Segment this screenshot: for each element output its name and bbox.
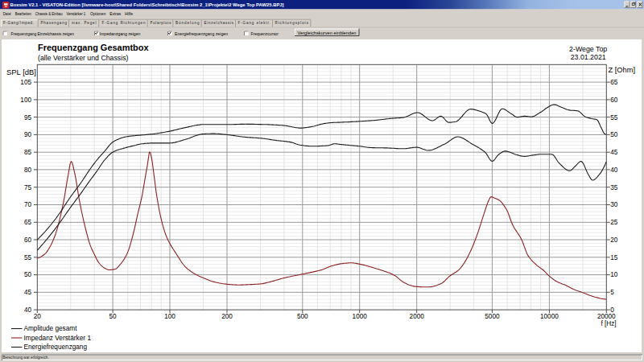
svg-text:200: 200 — [221, 313, 233, 320]
svg-text:Frequenzcursor: Frequenzcursor — [251, 31, 279, 36]
svg-text:Berechnung war erfolgreich.: Berechnung war erfolgreich. — [3, 355, 49, 360]
svg-text:65: 65 — [24, 219, 32, 226]
svg-text:Impedanzgang zeigen: Impedanzgang zeigen — [100, 31, 141, 36]
svg-text:55: 55 — [610, 114, 618, 121]
svg-text:50: 50 — [24, 271, 32, 278]
svg-text:Z [Ohm]: Z [Ohm] — [609, 66, 636, 74]
svg-text:Einzelchassis: Einzelchassis — [204, 21, 234, 25]
svg-text:max. Pegel: max. Pegel — [72, 21, 97, 25]
svg-text:40: 40 — [610, 167, 618, 174]
svg-text:Extras: Extras — [109, 11, 121, 16]
svg-text:95: 95 — [24, 114, 32, 121]
svg-text:65: 65 — [610, 79, 618, 86]
svg-text:105: 105 — [20, 79, 31, 86]
svg-text:45: 45 — [24, 289, 32, 296]
svg-text:F-Gang elektr.: F-Gang elektr. — [238, 21, 271, 25]
svg-text:Datei: Datei — [3, 11, 11, 16]
svg-text:Frequenzgang Gesamtbox: Frequenzgang Gesamtbox — [38, 43, 149, 52]
svg-text:10000: 10000 — [540, 313, 559, 320]
svg-text:10: 10 — [610, 271, 618, 278]
svg-text:5000: 5000 — [485, 313, 500, 320]
svg-text:F-Gang/Imped.: F-Gang/Imped. — [3, 21, 34, 25]
svg-text:15: 15 — [610, 254, 618, 261]
svg-text:2000: 2000 — [410, 313, 425, 320]
svg-text:Phasengang: Phasengang — [41, 21, 68, 25]
svg-text:85: 85 — [24, 149, 32, 156]
svg-text:Energiefrequenzgang: Energiefrequenzgang — [24, 343, 88, 351]
svg-text:35: 35 — [610, 184, 618, 191]
svg-text:Optionen: Optionen — [90, 11, 105, 16]
svg-text:Bearbeiten: Bearbeiten — [15, 11, 31, 16]
svg-text:23.01.2021: 23.01.2021 — [571, 53, 606, 61]
svg-text:80: 80 — [24, 167, 32, 174]
svg-text:40: 40 — [24, 306, 32, 314]
svg-text:Hilfe: Hilfe — [125, 11, 133, 16]
svg-text:50: 50 — [610, 131, 618, 138]
svg-text:5: 5 — [610, 289, 614, 296]
svg-text:Richtungsplots: Richtungsplots — [275, 21, 309, 25]
svg-text:Vergleichskurven einblenden: Vergleichskurven einblenden — [298, 31, 357, 35]
svg-text:Bündelung: Bündelung — [175, 21, 200, 25]
svg-text:25: 25 — [610, 219, 618, 226]
svg-text:SPL [dB]: SPL [dB] — [6, 68, 36, 76]
svg-text:75: 75 — [24, 184, 32, 191]
svg-text:70: 70 — [24, 201, 32, 208]
svg-text:f [Hz]: f [Hz] — [601, 320, 616, 327]
svg-text:45: 45 — [610, 149, 618, 156]
svg-text:Amplitude gesamt: Amplitude gesamt — [24, 324, 78, 332]
svg-text:2-Wege Top: 2-Wege Top — [569, 45, 607, 53]
svg-text:Polarplots: Polarplots — [151, 21, 172, 25]
svg-text:50: 50 — [109, 313, 118, 320]
svg-text:100: 100 — [164, 313, 175, 320]
svg-text:20: 20 — [34, 313, 42, 320]
svg-text:Impedanz Verstärker 1: Impedanz Verstärker 1 — [24, 334, 92, 342]
svg-text:20: 20 — [610, 237, 618, 244]
svg-text:100: 100 — [20, 97, 31, 104]
svg-text:1000: 1000 — [353, 313, 368, 320]
svg-text:Chassis & Einbau: Chassis & Einbau — [35, 11, 63, 16]
svg-text:60: 60 — [610, 97, 618, 104]
svg-text:90: 90 — [24, 131, 32, 138]
svg-text:Boxsim V2.1 - VISATON-Edition: Boxsim V2.1 - VISATON-Edition [\\vmware-… — [10, 2, 284, 7]
svg-text:60: 60 — [24, 237, 32, 244]
svg-text:F-Gang Richtungen: F-Gang Richtungen — [102, 21, 146, 25]
svg-text:30: 30 — [610, 201, 618, 208]
svg-text:Frequenzgang Einzelchassis zei: Frequenzgang Einzelchassis zeigen — [11, 31, 75, 36]
svg-text:Energiefrequenzgang zeigen: Energiefrequenzgang zeigen — [175, 31, 228, 36]
svg-text:500: 500 — [297, 313, 308, 320]
svg-text:55: 55 — [24, 254, 32, 261]
svg-text:Verstärker 1: Verstärker 1 — [67, 11, 86, 16]
svg-text:(alle Verstärker und Chassis): (alle Verstärker und Chassis) — [38, 54, 129, 62]
